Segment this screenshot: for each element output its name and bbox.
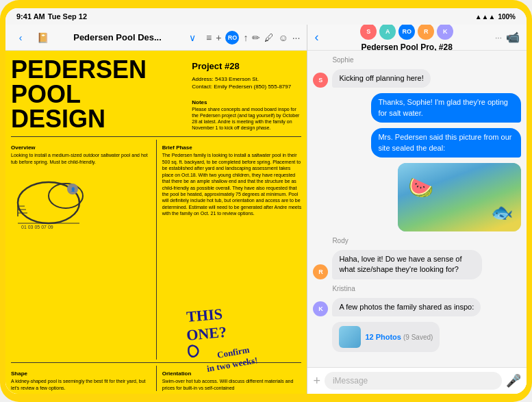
doc-title-line1: PEDERSEN bbox=[11, 58, 181, 82]
right-panel: ‹ S A RO R K Pedersen Pool Pro, #28 ··· … bbox=[307, 25, 527, 394]
message-6: K A few photos the family shared as insp… bbox=[313, 298, 521, 316]
messages-dots: ··· bbox=[495, 33, 502, 42]
svg-text:👤: 👤 bbox=[71, 187, 76, 192]
microphone-icon[interactable]: 🎤 bbox=[506, 373, 521, 388]
msg-avatar-kristina: K bbox=[313, 301, 328, 316]
doc-title: Pedersen Pool Des... bbox=[56, 32, 179, 42]
back-button[interactable]: ‹ bbox=[12, 29, 29, 46]
msg-bubble-1: Kicking off planning here! bbox=[332, 69, 430, 88]
doc-right-header: Project #28 Address: 5433 Emerson St. Co… bbox=[186, 55, 307, 136]
photos-label: 12 Photos bbox=[365, 333, 401, 341]
handwriting-overlay: THIS ONE? Confirm in two weeks! bbox=[183, 298, 293, 380]
notes-heading: Notes bbox=[192, 99, 207, 105]
add-icon[interactable]: + bbox=[216, 32, 221, 43]
svg-text:THIS: THIS bbox=[186, 305, 224, 325]
message-1: S Kicking off planning here! bbox=[313, 69, 521, 88]
contact: Contact: Emily Pedersen (850) 555-8797 bbox=[192, 83, 301, 90]
left-panel: ‹ 📔 Pedersen Pool Des... ∨ ≡ + RO ↑ ✏ 🖊 … bbox=[5, 25, 307, 394]
overview-text: Looking to install a medium-sized outdoo… bbox=[11, 152, 151, 166]
pool-sketch: 01 03 05 07 09 👤 bbox=[11, 168, 151, 360]
shape-text: A kidney-shaped pool is seemingly the be… bbox=[11, 378, 151, 391]
messages-back-button[interactable]: ‹ bbox=[314, 30, 318, 45]
document-area: PEDERSEN POOL DESIGN Project #28 Address… bbox=[5, 51, 307, 394]
list-icon[interactable]: ≡ bbox=[206, 32, 212, 43]
msg-avatar-rody: R bbox=[313, 264, 328, 279]
left-toolbar: ‹ 📔 Pedersen Pool Des... ∨ ≡ + RO ↑ ✏ 🖊 … bbox=[5, 25, 307, 51]
imessage-input[interactable]: iMessage bbox=[325, 372, 502, 390]
overview-section: Overview Looking to install a medium-siz… bbox=[11, 140, 151, 360]
message-input-bar: + iMessage 🎤 bbox=[307, 367, 527, 394]
notes-text: Please share concepts and mood board ins… bbox=[192, 106, 301, 131]
split-view: ‹ 📔 Pedersen Pool Des... ∨ ≡ + RO ↑ ✏ 🖊 … bbox=[5, 25, 527, 394]
photos-saved: (9 Saved) bbox=[403, 334, 433, 341]
messages-list[interactable]: Sophie S Kicking off planning here! Than… bbox=[307, 51, 527, 367]
photos-attachment[interactable]: 12 Photos (9 Saved) bbox=[332, 322, 440, 352]
pencil-icon[interactable]: ✏ bbox=[252, 32, 260, 43]
notebook-icon: 📔 bbox=[34, 29, 51, 46]
avatar-kristina: K bbox=[437, 25, 453, 40]
address: Address: 5433 Emerson St. bbox=[192, 75, 301, 83]
message-3: Mrs. Pedersen said this picture from our… bbox=[313, 128, 521, 158]
ipad-frame: 9:41 AM Tue Sep 12 ▲▲▲ 100% ‹ 📔 Pedersen… bbox=[0, 0, 532, 402]
overview-heading: Overview bbox=[11, 145, 36, 151]
screen: 9:41 AM Tue Sep 12 ▲▲▲ 100% ‹ 📔 Pedersen… bbox=[5, 8, 527, 394]
svg-text:in two weeks!: in two weeks! bbox=[206, 355, 259, 374]
sender-label-kristina: Kristina bbox=[313, 285, 521, 292]
attach-button[interactable]: + bbox=[313, 374, 320, 388]
msg-bubble-6: A few photos the family shared as inspo: bbox=[332, 298, 481, 316]
avatar-sophie: S bbox=[360, 25, 377, 40]
msg-bubble-5: Haha, love it! Do we have a sense of wha… bbox=[332, 250, 482, 279]
chevron-down-icon[interactable]: ∨ bbox=[184, 29, 201, 46]
shape-heading: Shape bbox=[11, 370, 27, 377]
status-bar: 9:41 AM Tue Sep 12 ▲▲▲ 100% bbox=[5, 8, 527, 25]
message-7-photos: 12 Photos (9 Saved) bbox=[313, 322, 521, 352]
brief-text: The Pedersen family is looking to instal… bbox=[162, 152, 302, 216]
ro-badge: RO bbox=[225, 31, 239, 45]
avatar-ro: RO bbox=[398, 25, 415, 40]
video-call-button[interactable]: 📹 bbox=[506, 31, 520, 44]
pool-image: 🍉 🐟 🍉 🐟 bbox=[398, 163, 521, 231]
msg-bubble-2: Thanks, Sophie! I'm glad they're opting … bbox=[371, 93, 521, 123]
messages-toolbar: ‹ S A RO R K Pedersen Pool Pro, #28 ··· … bbox=[307, 25, 527, 51]
share-icon[interactable]: ↑ bbox=[243, 32, 248, 43]
smiley-icon[interactable]: ☺ bbox=[278, 32, 288, 43]
brief-heading: Brief Phase bbox=[162, 145, 192, 151]
avatar-rody: R bbox=[418, 25, 434, 40]
message-5: R Haha, love it! Do we have a sense of w… bbox=[313, 250, 521, 279]
svg-text:ONE?: ONE? bbox=[186, 323, 228, 344]
status-time: 9:41 AM bbox=[16, 12, 45, 21]
avatar-row: S A RO R K bbox=[360, 25, 453, 40]
imessage-placeholder: iMessage bbox=[333, 376, 368, 386]
doc-title-line3: DESIGN bbox=[11, 107, 181, 131]
wifi-icon: ▲▲▲ bbox=[475, 13, 496, 21]
shape-section: Shape A kidney-shaped pool is seemingly … bbox=[11, 366, 151, 391]
photos-thumbnail bbox=[339, 326, 361, 348]
msg-bubble-3: Mrs. Pedersen said this picture from our… bbox=[371, 128, 521, 158]
sender-label-rody: Rody bbox=[313, 237, 521, 244]
status-day: Tue Sep 12 bbox=[48, 12, 87, 21]
msg-avatar-sophie: S bbox=[313, 73, 328, 88]
message-2: Thanks, Sophie! I'm glad they're opting … bbox=[313, 93, 521, 123]
marker-icon[interactable]: 🖊 bbox=[264, 32, 274, 43]
left-content: PEDERSEN POOL DESIGN Project #28 Address… bbox=[5, 51, 307, 394]
doc-title-line2: POOL bbox=[11, 82, 181, 107]
battery-indicator: 100% bbox=[498, 13, 516, 21]
message-4-image: 🍉 🐟 🍉 🐟 bbox=[313, 163, 521, 231]
sender-label-sophie: Sophie bbox=[313, 56, 521, 64]
project-number: Project #28 bbox=[192, 60, 301, 73]
avatar-andre: A bbox=[379, 25, 396, 40]
svg-text:01   03   05   07   09: 01 03 05 07 09 bbox=[21, 225, 53, 229]
more-icon[interactable]: ··· bbox=[292, 32, 301, 43]
